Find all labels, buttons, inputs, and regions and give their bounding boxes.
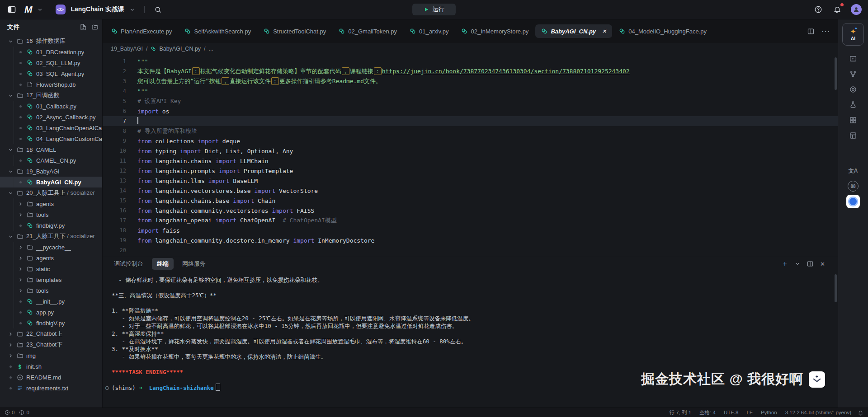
tree-item-__pycache__[interactable]: __pycache__ xyxy=(0,242,102,253)
tree-item-__init__.py[interactable]: __init__.py xyxy=(0,296,102,307)
python-file-icon xyxy=(26,103,33,109)
tab-02_GmailToken.py[interactable]: 02_GmailToken.py xyxy=(333,24,403,38)
tree-item-agents[interactable]: agents xyxy=(0,253,102,263)
statusbar-bell-icon[interactable] xyxy=(858,410,863,416)
tab-04_ModelIO_HuggingFace.py[interactable]: 04_ModelIO_HuggingFace.py xyxy=(613,24,712,38)
terminal-scrollbar[interactable] xyxy=(835,274,837,302)
infinity-88-icon[interactable]: 88 xyxy=(843,178,863,194)
python-file-icon xyxy=(26,157,33,164)
code-line-3: 3您可以点击最上方的“运行”按钮，直接运行该文件；更多操作指引请参考Readme… xyxy=(103,76,838,86)
tree-item-03_SQL_Agent.py[interactable]: 03_SQL_Agent.py xyxy=(0,68,102,79)
tab-label: SelfAskwithSearch.py xyxy=(194,28,251,35)
breadcrumb-more[interactable]: ... xyxy=(209,46,213,52)
panel-tab-终端[interactable]: 终端 xyxy=(152,258,174,270)
tree-item-FlowerShop.db[interactable]: FlowerShop.db xyxy=(0,79,102,90)
new-folder-icon[interactable] xyxy=(91,23,99,31)
project-name[interactable]: LangChain 实战课 xyxy=(71,5,124,14)
tree-item-19_BabyAGI[interactable]: 19_BabyAGI xyxy=(0,166,102,177)
folder-icon xyxy=(16,352,24,359)
breadcrumb-folder[interactable]: 19_BabyAGI xyxy=(111,46,143,52)
tree-item-init.sh[interactable]: $init.sh xyxy=(0,361,102,372)
editor-scrollbar[interactable] xyxy=(835,57,837,90)
statusbar-item-3[interactable]: LF xyxy=(746,410,752,415)
code-editor[interactable]: 1"""2本文件是【BabyAGI：根据气候变化自动制定鲜花存储策略】章节的配套… xyxy=(103,55,838,256)
tree-item-img[interactable]: img xyxy=(0,350,102,361)
tree-item-templates[interactable]: templates xyxy=(0,274,102,285)
app-logo-icon[interactable] xyxy=(843,194,863,209)
avatar[interactable] xyxy=(851,4,862,15)
tree-item-requirements.txt[interactable]: requirements.txt xyxy=(0,383,102,394)
tree-item-22_Chatbot上[interactable]: 22_Chatbot上 xyxy=(0,328,102,339)
tree-item-16_操作数据库[interactable]: 16_操作数据库 xyxy=(0,36,102,47)
translate-icon[interactable]: 文A xyxy=(843,163,863,178)
notifications-bell-icon[interactable] xyxy=(832,4,843,15)
tree-item-app.py[interactable]: app.py xyxy=(0,307,102,318)
split-panel-icon[interactable] xyxy=(807,260,814,267)
statusbar-item-1[interactable]: 空格: 4 xyxy=(699,409,716,416)
tab-BabyAGI_CN.py[interactable]: BabyAGI_CN.py✕ xyxy=(535,24,612,38)
code-line-16: 16from langchain_community.vectorstores … xyxy=(103,206,838,216)
statusbar-item-2[interactable]: UTF-8 xyxy=(724,410,739,415)
source-control-fork-icon[interactable] xyxy=(843,66,863,82)
tab-02_InMemoryStore.py[interactable]: 02_InMemoryStore.py xyxy=(455,24,534,38)
tree-item-static[interactable]: static xyxy=(0,263,102,274)
split-editor-icon[interactable] xyxy=(807,28,815,35)
tree-item-tools[interactable]: tools xyxy=(0,209,102,220)
flask-icon[interactable] xyxy=(843,97,863,112)
tree-item-tools[interactable]: tools xyxy=(0,285,102,296)
tree-item-23_Chatbot下[interactable]: 23_Chatbot下 xyxy=(0,339,102,350)
tree-item-04_LangChainCustomCallback....[interactable]: 04_LangChainCustomCallback.... xyxy=(0,133,102,144)
chevron-down-icon[interactable] xyxy=(37,6,44,13)
marscode-logo[interactable]: M xyxy=(24,4,32,15)
terminal-line xyxy=(112,361,829,368)
problems-summary[interactable]: 0 0 xyxy=(5,410,29,415)
tree-item-21_人脉工具下-socializer[interactable]: 21_人脉工具下 / socializer xyxy=(0,231,102,242)
tree-item-CAMEL_CN.py[interactable]: CAMEL_CN.py xyxy=(0,155,102,166)
breadcrumb-file[interactable]: BabyAGI_CN.py xyxy=(159,46,201,52)
tree-item-BabyAGI_CN.py[interactable]: BabyAGI_CN.py xyxy=(0,177,102,187)
tree-item-20_人脉工具上-socializer[interactable]: 20_人脉工具上 / socializer xyxy=(0,187,102,198)
tree-item-01_DBCreation.py[interactable]: 01_DBCreation.py xyxy=(0,47,102,57)
panel-toggle-icon[interactable] xyxy=(6,4,17,15)
close-icon[interactable]: ✕ xyxy=(602,28,606,34)
preview-icon[interactable] xyxy=(843,51,863,66)
tree-item-findbigV.py[interactable]: findbigV.py xyxy=(0,220,102,231)
target-icon[interactable] xyxy=(843,82,863,97)
breadcrumb[interactable]: 19_BabyAGI / BabyAGI_CN.py / ... xyxy=(103,43,838,55)
close-panel-icon[interactable]: ✕ xyxy=(820,261,825,267)
tab-01_arxiv.py[interactable]: 01_arxiv.py xyxy=(404,24,455,38)
tree-item-agents[interactable]: agents xyxy=(0,198,102,209)
tab-StructedToolChat.py[interactable]: StructedToolChat.py xyxy=(258,24,332,38)
run-button[interactable]: 运行 xyxy=(412,4,456,15)
new-file-icon[interactable] xyxy=(80,23,87,31)
python-file-icon xyxy=(151,46,156,52)
statusbar-item-4[interactable]: Python xyxy=(761,410,777,415)
tree-item-01_Callback.py[interactable]: 01_Callback.py xyxy=(0,101,102,112)
terminal-dropdown-icon[interactable] xyxy=(795,261,800,267)
search-icon[interactable] xyxy=(153,4,164,15)
tree-item-02_SQL_LLM.py[interactable]: 02_SQL_LLM.py xyxy=(0,57,102,68)
tree-item-label: FlowerShop.db xyxy=(36,81,75,88)
python-file-icon xyxy=(619,28,625,34)
more-actions-icon[interactable]: ··· xyxy=(822,28,830,35)
panel-tab-调试控制台[interactable]: 调试控制台 xyxy=(109,258,148,270)
tree-item-02_Async_Callback.py[interactable]: 02_Async_Callback.py xyxy=(0,112,102,122)
tree-item-18_CAMEL[interactable]: 18_CAMEL xyxy=(0,144,102,155)
chevron-down-icon[interactable] xyxy=(129,6,136,13)
tab-PlanAndExecute.py[interactable]: PlanAndExecute.py xyxy=(105,24,178,38)
tree-item-03_LangChainOpenAICallback....[interactable]: 03_LangChainOpenAICallback.... xyxy=(0,122,102,133)
tree-item-README.md[interactable]: README.md xyxy=(0,372,102,383)
tree-item-findbigV.py[interactable]: findbigV.py xyxy=(0,318,102,328)
terminal-line: 2. **高湿度保持** xyxy=(112,330,829,337)
statusbar-item-5[interactable]: 3.12.2 64-bit ('shims': pyenv) xyxy=(785,410,851,415)
extensions-grid-icon[interactable] xyxy=(843,112,863,128)
new-terminal-icon[interactable]: ＋ xyxy=(781,259,788,269)
panel-tab-网络服务[interactable]: 网络服务 xyxy=(177,258,211,270)
tab-SelfAskwithSearch.py[interactable]: SelfAskwithSearch.py xyxy=(179,24,257,38)
help-icon[interactable] xyxy=(813,4,824,15)
explorer-header: 文件 xyxy=(0,19,102,35)
ai-assistant-button[interactable]: ✦✦ AI xyxy=(842,23,864,46)
statusbar-item-0[interactable]: 行 7, 列 1 xyxy=(670,409,692,416)
layout-template-icon[interactable] xyxy=(843,128,863,143)
tree-item-17_回调函数[interactable]: 17_回调函数 xyxy=(0,90,102,101)
